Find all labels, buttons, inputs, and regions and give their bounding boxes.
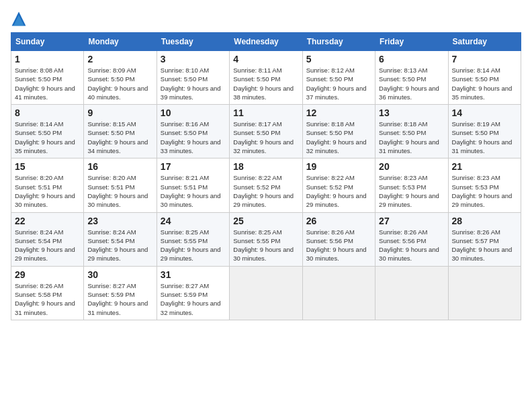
- calendar-cell: 31Sunrise: 8:27 AMSunset: 5:59 PMDayligh…: [157, 266, 229, 320]
- day-number: 8: [15, 107, 80, 118]
- day-info: Sunrise: 8:20 AMSunset: 5:51 PMDaylight:…: [15, 173, 80, 209]
- day-info: Sunrise: 8:22 AMSunset: 5:52 PMDaylight:…: [233, 173, 298, 209]
- calendar-cell: [375, 266, 448, 320]
- weekday-header-row: SundayMondayTuesdayWednesdayThursdayFrid…: [11, 33, 521, 51]
- day-info: Sunrise: 8:23 AMSunset: 5:53 PMDaylight:…: [379, 173, 444, 209]
- calendar-week-2: 15Sunrise: 8:20 AMSunset: 5:51 PMDayligh…: [11, 158, 521, 212]
- calendar-cell: 4Sunrise: 8:11 AMSunset: 5:50 PMDaylight…: [230, 51, 302, 105]
- day-number: 20: [379, 161, 444, 172]
- day-number: 5: [306, 54, 371, 64]
- day-info: Sunrise: 8:15 AMSunset: 5:50 PMDaylight:…: [87, 120, 152, 155]
- calendar-cell: 27Sunrise: 8:26 AMSunset: 5:56 PMDayligh…: [375, 212, 448, 266]
- calendar-cell: 13Sunrise: 8:18 AMSunset: 5:50 PMDayligh…: [375, 105, 448, 158]
- calendar-cell: 18Sunrise: 8:22 AMSunset: 5:52 PMDayligh…: [230, 158, 302, 212]
- day-number: 16: [87, 161, 152, 172]
- day-info: Sunrise: 8:14 AMSunset: 5:50 PMDaylight:…: [452, 66, 517, 101]
- weekday-saturday: Saturday: [448, 33, 521, 51]
- calendar-week-4: 29Sunrise: 8:26 AMSunset: 5:58 PMDayligh…: [11, 266, 521, 320]
- day-info: Sunrise: 8:17 AMSunset: 5:50 PMDaylight:…: [233, 120, 298, 155]
- calendar-cell: 9Sunrise: 8:15 AMSunset: 5:50 PMDaylight…: [84, 105, 157, 158]
- day-number: 21: [452, 161, 517, 172]
- day-number: 4: [233, 54, 298, 64]
- day-number: 10: [161, 107, 226, 118]
- day-number: 23: [87, 216, 152, 226]
- day-info: Sunrise: 8:22 AMSunset: 5:52 PMDaylight:…: [306, 173, 371, 209]
- calendar-cell: 17Sunrise: 8:21 AMSunset: 5:51 PMDayligh…: [157, 158, 229, 212]
- day-number: 14: [452, 107, 517, 118]
- calendar-cell: [230, 266, 302, 320]
- calendar-cell: 24Sunrise: 8:25 AMSunset: 5:55 PMDayligh…: [157, 212, 229, 266]
- calendar-cell: 2Sunrise: 8:09 AMSunset: 5:50 PMDaylight…: [84, 51, 157, 105]
- weekday-wednesday: Wednesday: [230, 33, 302, 51]
- weekday-thursday: Thursday: [302, 33, 375, 51]
- day-number: 13: [379, 107, 444, 118]
- calendar-cell: 14Sunrise: 8:19 AMSunset: 5:50 PMDayligh…: [448, 105, 521, 158]
- weekday-monday: Monday: [84, 33, 157, 51]
- day-info: Sunrise: 8:14 AMSunset: 5:50 PMDaylight:…: [15, 120, 80, 155]
- calendar-cell: 7Sunrise: 8:14 AMSunset: 5:50 PMDaylight…: [448, 51, 521, 105]
- day-info: Sunrise: 8:10 AMSunset: 5:50 PMDaylight:…: [161, 66, 226, 101]
- day-info: Sunrise: 8:27 AMSunset: 5:59 PMDaylight:…: [161, 281, 226, 317]
- calendar-week-1: 8Sunrise: 8:14 AMSunset: 5:50 PMDaylight…: [11, 105, 521, 158]
- calendar-cell: 20Sunrise: 8:23 AMSunset: 5:53 PMDayligh…: [375, 158, 448, 212]
- day-info: Sunrise: 8:20 AMSunset: 5:51 PMDaylight:…: [87, 173, 152, 209]
- day-info: Sunrise: 8:18 AMSunset: 5:50 PMDaylight:…: [379, 120, 444, 155]
- calendar-body: 1Sunrise: 8:08 AMSunset: 5:50 PMDaylight…: [11, 51, 521, 320]
- day-info: Sunrise: 8:12 AMSunset: 5:50 PMDaylight:…: [306, 66, 371, 101]
- calendar-cell: 15Sunrise: 8:20 AMSunset: 5:51 PMDayligh…: [11, 158, 84, 212]
- calendar-week-3: 22Sunrise: 8:24 AMSunset: 5:54 PMDayligh…: [11, 212, 521, 266]
- calendar-cell: 11Sunrise: 8:17 AMSunset: 5:50 PMDayligh…: [230, 105, 302, 158]
- weekday-sunday: Sunday: [11, 33, 84, 51]
- day-number: 2: [87, 54, 152, 64]
- weekday-friday: Friday: [375, 33, 448, 51]
- day-number: 29: [15, 269, 80, 280]
- calendar-cell: 10Sunrise: 8:16 AMSunset: 5:50 PMDayligh…: [157, 105, 229, 158]
- day-info: Sunrise: 8:16 AMSunset: 5:50 PMDaylight:…: [161, 120, 226, 155]
- day-info: Sunrise: 8:18 AMSunset: 5:50 PMDaylight:…: [306, 120, 371, 155]
- day-number: 12: [306, 107, 371, 118]
- day-number: 18: [233, 161, 298, 172]
- day-number: 17: [161, 161, 226, 172]
- calendar-week-0: 1Sunrise: 8:08 AMSunset: 5:50 PMDaylight…: [11, 51, 521, 105]
- day-number: 31: [161, 269, 226, 280]
- calendar-cell: 30Sunrise: 8:27 AMSunset: 5:59 PMDayligh…: [84, 266, 157, 320]
- calendar-cell: 23Sunrise: 8:24 AMSunset: 5:54 PMDayligh…: [84, 212, 157, 266]
- logo-icon: [11, 11, 27, 27]
- day-number: 26: [306, 216, 371, 226]
- day-info: Sunrise: 8:11 AMSunset: 5:50 PMDaylight:…: [233, 66, 298, 101]
- day-number: 24: [161, 216, 226, 226]
- day-info: Sunrise: 8:26 AMSunset: 5:57 PMDaylight:…: [452, 228, 517, 263]
- day-number: 27: [379, 216, 444, 226]
- day-number: 22: [15, 216, 80, 226]
- calendar-table: SundayMondayTuesdayWednesdayThursdayFrid…: [11, 32, 521, 320]
- calendar-cell: 19Sunrise: 8:22 AMSunset: 5:52 PMDayligh…: [302, 158, 375, 212]
- calendar-cell: 12Sunrise: 8:18 AMSunset: 5:50 PMDayligh…: [302, 105, 375, 158]
- day-number: 30: [87, 269, 152, 280]
- day-info: Sunrise: 8:25 AMSunset: 5:55 PMDaylight:…: [233, 228, 298, 263]
- calendar-cell: 3Sunrise: 8:10 AMSunset: 5:50 PMDaylight…: [157, 51, 229, 105]
- day-info: Sunrise: 8:26 AMSunset: 5:56 PMDaylight:…: [379, 228, 444, 263]
- day-info: Sunrise: 8:24 AMSunset: 5:54 PMDaylight:…: [15, 228, 80, 263]
- day-info: Sunrise: 8:24 AMSunset: 5:54 PMDaylight:…: [87, 228, 152, 263]
- day-number: 3: [161, 54, 226, 64]
- day-number: 25: [233, 216, 298, 226]
- calendar-cell: 28Sunrise: 8:26 AMSunset: 5:57 PMDayligh…: [448, 212, 521, 266]
- day-number: 15: [15, 161, 80, 172]
- day-number: 7: [452, 54, 517, 64]
- calendar-cell: 16Sunrise: 8:20 AMSunset: 5:51 PMDayligh…: [84, 158, 157, 212]
- logo: [11, 11, 30, 27]
- calendar-cell: 29Sunrise: 8:26 AMSunset: 5:58 PMDayligh…: [11, 266, 84, 320]
- calendar-cell: 8Sunrise: 8:14 AMSunset: 5:50 PMDaylight…: [11, 105, 84, 158]
- day-info: Sunrise: 8:08 AMSunset: 5:50 PMDaylight:…: [15, 66, 80, 101]
- day-info: Sunrise: 8:19 AMSunset: 5:50 PMDaylight:…: [452, 120, 517, 155]
- day-number: 9: [87, 107, 152, 118]
- calendar-cell: 25Sunrise: 8:25 AMSunset: 5:55 PMDayligh…: [230, 212, 302, 266]
- calendar-cell: [448, 266, 521, 320]
- day-info: Sunrise: 8:13 AMSunset: 5:50 PMDaylight:…: [379, 66, 444, 101]
- day-info: Sunrise: 8:23 AMSunset: 5:53 PMDaylight:…: [452, 173, 517, 209]
- day-info: Sunrise: 8:09 AMSunset: 5:50 PMDaylight:…: [87, 66, 152, 101]
- day-info: Sunrise: 8:25 AMSunset: 5:55 PMDaylight:…: [161, 228, 226, 263]
- day-number: 1: [15, 54, 80, 64]
- weekday-tuesday: Tuesday: [157, 33, 229, 51]
- day-info: Sunrise: 8:26 AMSunset: 5:58 PMDaylight:…: [15, 281, 80, 317]
